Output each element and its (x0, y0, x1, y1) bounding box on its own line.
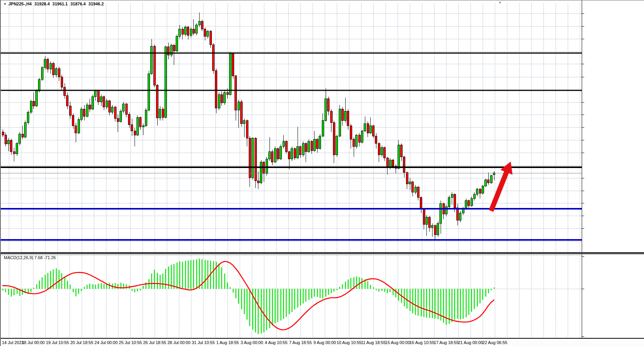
chart-shift-marker[interactable]: ▼ (498, 1, 502, 5)
symbol-dropdown-icon[interactable]: ▼ (3, 2, 7, 6)
time-tick-label: 22 Aug 06:55 (483, 340, 508, 345)
chart-header: ▼JPN225-,H4 31928.4 31961.1 31876.4 3194… (3, 2, 105, 6)
time-tick-label: 11 Aug 18:55 (361, 340, 386, 345)
time-tick-label: 26 Jul 18:55 (143, 340, 166, 345)
ohlc-low-value: 31876.4 (70, 2, 86, 6)
time-tick-label: 15 Aug 00:00 (385, 340, 410, 345)
macd-indicator-label: MACD(12,26,9) 7.68 -71.26 (4, 255, 56, 260)
time-tick-label: 18 Jul 00:00 (22, 340, 45, 345)
ohlc-open-value: 31928.4 (35, 2, 50, 6)
chart-window: ▼JPN225-,H4 31928.4 31961.1 31876.4 3194… (0, 0, 644, 346)
time-tick-label: 9 Aug 00:00 (313, 340, 336, 345)
time-tick-label: 28 Jul 00:00 (167, 340, 190, 345)
time-axis[interactable]: 14 Jul 202318 Jul 00:0019 Jul 10:5520 Ju… (1, 339, 644, 346)
ohlc-high-value: 31961.1 (52, 2, 68, 6)
time-tick-label: 31 Jul 10:55 (192, 340, 215, 345)
time-tick-label: 7 Aug 18:55 (289, 340, 312, 345)
time-tick-label: 24 Jul 00:00 (95, 340, 118, 345)
time-tick-label: 14 Jul 2023 (2, 340, 24, 345)
time-tick-label: 10 Aug 10:55 (336, 340, 361, 345)
time-tick-label: 21 Aug 00:00 (458, 340, 483, 345)
time-tick-label: 16 Aug 10:55 (409, 340, 434, 345)
time-tick-label: 25 Jul 10:55 (119, 340, 142, 345)
time-tick-label: 1 Aug 18:55 (216, 340, 239, 345)
time-tick-label: 4 Aug 10:55 (265, 340, 288, 345)
chart-canvas[interactable] (1, 0, 644, 346)
panel-separator[interactable] (1, 252, 644, 254)
time-tick-label: 19 Jul 10:55 (46, 340, 69, 345)
price-axis[interactable]: 33480.533358.033235.532994.032871.532626… (582, 0, 644, 338)
time-tick-label: 3 Aug 00:00 (241, 340, 263, 345)
symbol-period-label: JPN225-,H4 (8, 2, 32, 6)
time-tick-label: 20 Jul 18:55 (70, 340, 93, 345)
ohlc-close-value: 31946.2 (88, 2, 104, 6)
time-tick-label: 17 Aug 18:55 (434, 340, 459, 345)
